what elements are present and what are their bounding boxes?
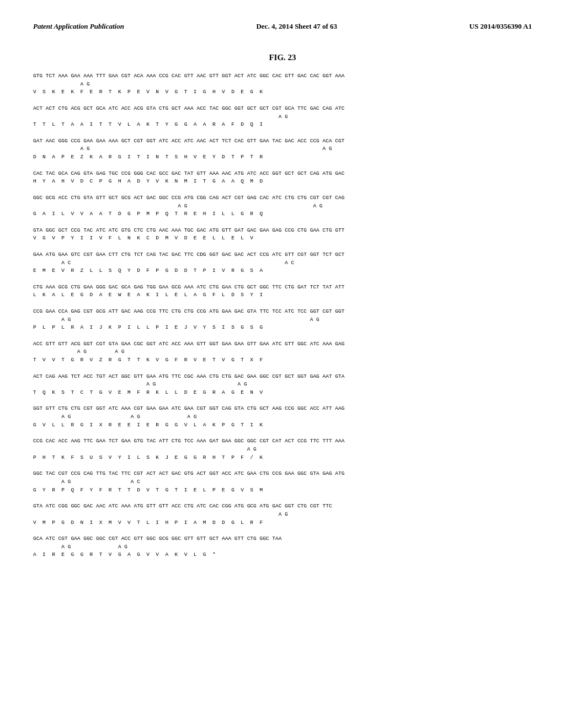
figure-title: FIG. 23	[33, 53, 532, 62]
page-header: Patent Application Publication Dec. 4, 2…	[33, 22, 532, 31]
header-date-sheet: Dec. 4, 2014 Sheet 47 of 63	[256, 22, 337, 31]
sequence-content: GTG TCT AAA GAA AAA TTT GAA CGT ACA AAA …	[33, 72, 532, 559]
page: Patent Application Publication Dec. 4, 2…	[0, 0, 565, 728]
header-patent-number: US 2014/0356390 A1	[470, 22, 532, 31]
header-publication-label: Patent Application Publication	[33, 22, 124, 31]
